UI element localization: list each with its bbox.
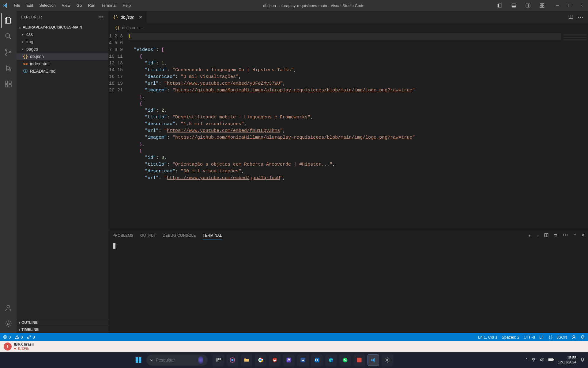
status-cursor-pos[interactable]: Ln 1, Col 1 bbox=[478, 335, 497, 339]
tray-battery-icon[interactable] bbox=[548, 358, 554, 363]
stock-name: IBRX brasil bbox=[14, 342, 34, 347]
panel-tab-terminal[interactable]: TERMINAL bbox=[203, 232, 222, 240]
mcafee-icon[interactable] bbox=[269, 354, 281, 366]
close-panel-icon[interactable]: ✕ bbox=[581, 233, 584, 238]
code-editor[interactable]: { "videos": [ { "id": 1, "titulo": "Conh… bbox=[128, 32, 561, 230]
status-encoding[interactable]: UTF-8 bbox=[524, 335, 535, 339]
customize-layout-icon[interactable] bbox=[536, 0, 548, 11]
breadcrumbs[interactable]: {} db.json › ... bbox=[109, 23, 588, 32]
new-terminal-icon[interactable]: ＋ bbox=[528, 233, 531, 238]
activity-manage-icon[interactable] bbox=[1, 316, 16, 331]
explorer-root[interactable]: ⌄ ALURAPLAY-REQUISICOES-MAIN bbox=[17, 25, 108, 30]
menu-help[interactable]: Help bbox=[119, 0, 134, 11]
tree-folder-pages[interactable]: › pages bbox=[17, 45, 108, 53]
taskbar-search-input[interactable] bbox=[156, 358, 196, 362]
tree-folder-css[interactable]: › css bbox=[17, 31, 108, 38]
app-red-icon[interactable] bbox=[353, 354, 365, 366]
status-notifications-icon[interactable] bbox=[580, 335, 585, 339]
svg-point-48 bbox=[232, 359, 234, 361]
terminal-body[interactable] bbox=[109, 241, 588, 333]
json-icon: {} bbox=[23, 54, 28, 59]
vscode-taskbar-icon[interactable] bbox=[368, 354, 379, 366]
outline-section[interactable]: › OUTLINE bbox=[17, 319, 108, 326]
panel-more-icon[interactable]: ••• bbox=[563, 233, 568, 238]
maximize-icon[interactable] bbox=[564, 0, 576, 11]
breadcrumb-rest[interactable]: ... bbox=[141, 25, 145, 30]
word-icon[interactable]: W bbox=[297, 354, 309, 366]
taskbar-clock[interactable]: 15:55 12/11/2024 bbox=[558, 356, 576, 364]
tab-db-json[interactable]: {} db.json ✕ bbox=[109, 11, 147, 23]
news-stock-widget[interactable]: ! IBRX brasil ▾ -0,13% bbox=[0, 341, 588, 352]
activity-accounts-icon[interactable] bbox=[1, 301, 16, 315]
split-terminal-icon[interactable] bbox=[544, 233, 548, 238]
split-editor-icon[interactable] bbox=[568, 14, 573, 20]
toggle-primary-sidebar-icon[interactable] bbox=[494, 0, 506, 11]
tray-wifi-icon[interactable] bbox=[531, 357, 536, 363]
tree-file-readme-md[interactable]: ⓘ README.md bbox=[17, 67, 108, 75]
file-explorer-icon[interactable] bbox=[241, 354, 252, 366]
sidebar-more-icon[interactable]: ••• bbox=[98, 15, 104, 19]
menu-file[interactable]: File bbox=[11, 0, 23, 11]
app-purple-icon[interactable] bbox=[283, 354, 295, 366]
whatsapp-icon[interactable] bbox=[339, 354, 351, 366]
activity-search-icon[interactable] bbox=[1, 29, 16, 44]
status-errors[interactable]: 0 bbox=[3, 335, 11, 339]
close-icon[interactable] bbox=[576, 0, 588, 11]
menu-run[interactable]: Run bbox=[85, 0, 98, 11]
chrome-icon[interactable] bbox=[255, 354, 266, 366]
menu-view[interactable]: View bbox=[59, 0, 74, 11]
menu-edit[interactable]: Edit bbox=[23, 0, 36, 11]
copilot-icon[interactable] bbox=[227, 354, 238, 366]
terminal-dropdown-icon[interactable]: ⌄ bbox=[536, 233, 539, 238]
tree-file-index-html[interactable]: <> index.html bbox=[17, 60, 108, 67]
tree-folder-img[interactable]: › img bbox=[17, 38, 108, 45]
panel-tab-output[interactable]: OUTPUT bbox=[140, 232, 156, 240]
svg-rect-1 bbox=[498, 4, 499, 7]
menu-selection[interactable]: Selection bbox=[36, 0, 58, 11]
bottom-panel: PROBLEMS OUTPUT DEBUG CONSOLE TERMINAL ＋… bbox=[109, 230, 588, 333]
tray-chevron-up-icon[interactable]: ˄ bbox=[526, 358, 527, 362]
taskbar-search[interactable] bbox=[146, 355, 208, 366]
minimap[interactable] bbox=[561, 32, 588, 230]
panel-tab-debug-console[interactable]: DEBUG CONSOLE bbox=[163, 232, 196, 240]
status-spaces[interactable]: Spaces: 2 bbox=[502, 335, 519, 339]
svg-rect-39 bbox=[139, 357, 141, 360]
tray-volume-icon[interactable] bbox=[540, 357, 545, 363]
toggle-panel-icon[interactable] bbox=[508, 0, 520, 11]
activity-source-control-icon[interactable] bbox=[1, 45, 16, 59]
status-ports[interactable]: 0 bbox=[27, 335, 35, 339]
outlook-icon[interactable] bbox=[311, 354, 323, 366]
tree-file-db-json[interactable]: {} db.json bbox=[17, 53, 108, 60]
edge-icon[interactable] bbox=[325, 354, 337, 366]
activity-explorer-icon[interactable] bbox=[1, 13, 16, 28]
task-view-icon[interactable] bbox=[213, 354, 224, 366]
kill-terminal-icon[interactable] bbox=[553, 233, 558, 238]
tab-close-icon[interactable]: ✕ bbox=[139, 15, 142, 20]
breadcrumb-file[interactable]: db.json bbox=[122, 25, 135, 30]
maximize-panel-icon[interactable]: ⌃ bbox=[573, 233, 576, 238]
settings-taskbar-icon[interactable] bbox=[382, 354, 393, 366]
tab-label: db.json bbox=[121, 15, 134, 20]
menu-go[interactable]: Go bbox=[74, 0, 85, 11]
status-language[interactable]: {} JSON bbox=[548, 335, 567, 339]
toggle-secondary-sidebar-icon[interactable] bbox=[522, 0, 534, 11]
editor-tabs: {} db.json ✕ ••• bbox=[109, 11, 588, 23]
activity-extensions-icon[interactable] bbox=[1, 77, 16, 91]
window-controls bbox=[551, 0, 588, 11]
svg-rect-24 bbox=[9, 81, 11, 83]
status-eol[interactable]: LF bbox=[539, 335, 544, 339]
layout-controls bbox=[494, 0, 551, 11]
panel-tab-problems[interactable]: PROBLEMS bbox=[112, 232, 134, 240]
tray-notifications-icon[interactable] bbox=[580, 357, 585, 363]
menu-terminal[interactable]: Terminal bbox=[98, 0, 119, 11]
json-icon: {} bbox=[115, 25, 120, 30]
start-button[interactable] bbox=[133, 355, 144, 366]
activity-run-debug-icon[interactable] bbox=[1, 61, 16, 75]
minimize-icon[interactable] bbox=[551, 0, 564, 11]
status-warnings[interactable]: 0 bbox=[15, 335, 23, 339]
editor-more-icon[interactable]: ••• bbox=[578, 15, 584, 20]
status-warnings-count: 0 bbox=[21, 335, 23, 339]
timeline-section[interactable]: › TIMELINE bbox=[17, 326, 108, 333]
stock-change: ▾ -0,13% bbox=[14, 347, 34, 351]
status-feedback-icon[interactable] bbox=[571, 335, 576, 339]
